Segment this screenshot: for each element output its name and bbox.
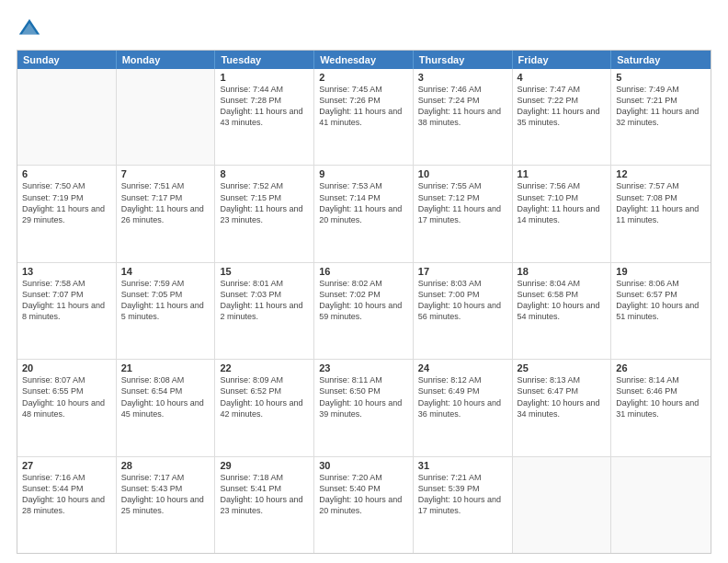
cell-details: Sunrise: 7:50 AMSunset: 7:19 PMDaylight:…	[22, 180, 111, 225]
calendar-cell: 11Sunrise: 7:56 AMSunset: 7:10 PMDayligh…	[513, 166, 612, 261]
day-number: 28	[121, 460, 210, 471]
day-number: 5	[616, 72, 706, 83]
cell-details: Sunrise: 7:45 AMSunset: 7:26 PMDaylight:…	[319, 84, 408, 129]
cell-details: Sunrise: 8:12 AMSunset: 6:49 PMDaylight:…	[418, 374, 507, 419]
logo	[17, 17, 46, 42]
cell-details: Sunrise: 8:06 AMSunset: 6:57 PMDaylight:…	[616, 278, 706, 323]
cell-details: Sunrise: 7:58 AMSunset: 7:07 PMDaylight:…	[22, 278, 111, 323]
calendar-row-4: 20Sunrise: 8:07 AMSunset: 6:55 PMDayligh…	[17, 359, 711, 455]
calendar-cell: 3Sunrise: 7:46 AMSunset: 7:24 PMDaylight…	[414, 69, 513, 165]
cell-details: Sunrise: 8:02 AMSunset: 7:02 PMDaylight:…	[319, 278, 408, 323]
calendar-cell: 1Sunrise: 7:44 AMSunset: 7:28 PMDaylight…	[215, 69, 314, 165]
day-number: 23	[319, 362, 408, 373]
day-number: 7	[121, 168, 210, 179]
cell-details: Sunrise: 8:01 AMSunset: 7:03 PMDaylight:…	[220, 278, 309, 323]
day-number: 9	[319, 168, 408, 179]
calendar-cell: 31Sunrise: 7:21 AMSunset: 5:39 PMDayligh…	[414, 457, 513, 553]
calendar: SundayMondayTuesdayWednesdayThursdayFrid…	[17, 50, 711, 554]
calendar-header: SundayMondayTuesdayWednesdayThursdayFrid…	[17, 51, 711, 69]
calendar-cell: 28Sunrise: 7:17 AMSunset: 5:43 PMDayligh…	[117, 457, 216, 553]
calendar-cell: 14Sunrise: 7:59 AMSunset: 7:05 PMDayligh…	[117, 263, 216, 359]
cell-details: Sunrise: 7:18 AMSunset: 5:41 PMDaylight:…	[220, 472, 309, 517]
day-number: 17	[418, 266, 507, 277]
day-number: 29	[220, 460, 309, 471]
day-number: 30	[319, 460, 408, 471]
calendar-cell: 2Sunrise: 7:45 AMSunset: 7:26 PMDaylight…	[314, 69, 414, 165]
day-number: 16	[319, 266, 408, 277]
cell-details: Sunrise: 7:17 AMSunset: 5:43 PMDaylight:…	[121, 472, 210, 517]
day-number: 6	[22, 168, 111, 179]
calendar-cell: 7Sunrise: 7:51 AMSunset: 7:17 PMDaylight…	[117, 166, 216, 261]
cell-details: Sunrise: 8:14 AMSunset: 6:46 PMDaylight:…	[616, 374, 706, 419]
calendar-cell	[611, 457, 711, 553]
cell-details: Sunrise: 7:53 AMSunset: 7:14 PMDaylight:…	[319, 180, 408, 225]
day-number: 26	[616, 362, 706, 373]
cell-details: Sunrise: 8:08 AMSunset: 6:54 PMDaylight:…	[121, 374, 210, 419]
calendar-cell: 10Sunrise: 7:55 AMSunset: 7:12 PMDayligh…	[414, 166, 513, 261]
calendar-cell: 9Sunrise: 7:53 AMSunset: 7:14 PMDaylight…	[314, 166, 414, 261]
day-number: 10	[418, 168, 507, 179]
calendar-cell: 6Sunrise: 7:50 AMSunset: 7:19 PMDaylight…	[17, 166, 117, 261]
cell-details: Sunrise: 7:55 AMSunset: 7:12 PMDaylight:…	[418, 180, 507, 225]
day-number: 4	[518, 72, 607, 83]
calendar-cell: 25Sunrise: 8:13 AMSunset: 6:47 PMDayligh…	[513, 360, 612, 455]
day-of-week-friday: Friday	[513, 51, 612, 69]
calendar-cell	[117, 69, 216, 165]
calendar-cell: 16Sunrise: 8:02 AMSunset: 7:02 PMDayligh…	[314, 263, 414, 359]
calendar-cell: 24Sunrise: 8:12 AMSunset: 6:49 PMDayligh…	[414, 360, 513, 455]
day-number: 2	[319, 72, 408, 83]
cell-details: Sunrise: 7:47 AMSunset: 7:22 PMDaylight:…	[518, 84, 607, 129]
calendar-cell: 12Sunrise: 7:57 AMSunset: 7:08 PMDayligh…	[611, 166, 711, 261]
day-number: 14	[121, 266, 210, 277]
cell-details: Sunrise: 7:52 AMSunset: 7:15 PMDaylight:…	[220, 180, 309, 225]
day-number: 25	[518, 362, 607, 373]
cell-details: Sunrise: 7:21 AMSunset: 5:39 PMDaylight:…	[418, 472, 507, 517]
calendar-cell: 30Sunrise: 7:20 AMSunset: 5:40 PMDayligh…	[314, 457, 414, 553]
day-number: 27	[22, 460, 111, 471]
day-number: 1	[220, 72, 309, 83]
cell-details: Sunrise: 7:51 AMSunset: 7:17 PMDaylight:…	[121, 180, 210, 225]
calendar-cell: 8Sunrise: 7:52 AMSunset: 7:15 PMDaylight…	[215, 166, 314, 261]
day-of-week-thursday: Thursday	[414, 51, 513, 69]
cell-details: Sunrise: 8:11 AMSunset: 6:50 PMDaylight:…	[319, 374, 408, 419]
calendar-cell: 4Sunrise: 7:47 AMSunset: 7:22 PMDaylight…	[513, 69, 612, 165]
calendar-cell: 20Sunrise: 8:07 AMSunset: 6:55 PMDayligh…	[17, 360, 117, 455]
day-number: 13	[22, 266, 111, 277]
day-number: 22	[220, 362, 309, 373]
calendar-cell: 15Sunrise: 8:01 AMSunset: 7:03 PMDayligh…	[215, 263, 314, 359]
day-number: 31	[418, 460, 507, 471]
day-number: 12	[616, 168, 706, 179]
calendar-row-3: 13Sunrise: 7:58 AMSunset: 7:07 PMDayligh…	[17, 262, 711, 359]
calendar-cell: 23Sunrise: 8:11 AMSunset: 6:50 PMDayligh…	[314, 360, 414, 455]
calendar-cell: 17Sunrise: 8:03 AMSunset: 7:00 PMDayligh…	[414, 263, 513, 359]
page: SundayMondayTuesdayWednesdayThursdayFrid…	[0, 0, 728, 563]
day-of-week-sunday: Sunday	[17, 51, 117, 69]
calendar-cell: 27Sunrise: 7:16 AMSunset: 5:44 PMDayligh…	[17, 457, 117, 553]
header	[17, 17, 711, 42]
calendar-cell: 21Sunrise: 8:08 AMSunset: 6:54 PMDayligh…	[117, 360, 216, 455]
day-number: 19	[616, 266, 706, 277]
calendar-body: 1Sunrise: 7:44 AMSunset: 7:28 PMDaylight…	[17, 69, 711, 553]
cell-details: Sunrise: 7:16 AMSunset: 5:44 PMDaylight:…	[22, 472, 111, 517]
cell-details: Sunrise: 7:20 AMSunset: 5:40 PMDaylight:…	[319, 472, 408, 517]
calendar-row-5: 27Sunrise: 7:16 AMSunset: 5:44 PMDayligh…	[17, 456, 711, 553]
calendar-cell: 26Sunrise: 8:14 AMSunset: 6:46 PMDayligh…	[611, 360, 711, 455]
calendar-row-1: 1Sunrise: 7:44 AMSunset: 7:28 PMDaylight…	[17, 69, 711, 165]
cell-details: Sunrise: 8:04 AMSunset: 6:58 PMDaylight:…	[518, 278, 607, 323]
calendar-row-2: 6Sunrise: 7:50 AMSunset: 7:19 PMDaylight…	[17, 165, 711, 261]
day-number: 8	[220, 168, 309, 179]
calendar-cell: 29Sunrise: 7:18 AMSunset: 5:41 PMDayligh…	[215, 457, 314, 553]
day-number: 21	[121, 362, 210, 373]
logo-icon	[17, 17, 42, 42]
calendar-cell: 18Sunrise: 8:04 AMSunset: 6:58 PMDayligh…	[513, 263, 612, 359]
cell-details: Sunrise: 8:03 AMSunset: 7:00 PMDaylight:…	[418, 278, 507, 323]
cell-details: Sunrise: 7:59 AMSunset: 7:05 PMDaylight:…	[121, 278, 210, 323]
day-number: 11	[518, 168, 607, 179]
day-number: 20	[22, 362, 111, 373]
day-number: 24	[418, 362, 507, 373]
cell-details: Sunrise: 7:57 AMSunset: 7:08 PMDaylight:…	[616, 180, 706, 225]
cell-details: Sunrise: 8:09 AMSunset: 6:52 PMDaylight:…	[220, 374, 309, 419]
calendar-cell: 13Sunrise: 7:58 AMSunset: 7:07 PMDayligh…	[17, 263, 117, 359]
cell-details: Sunrise: 7:49 AMSunset: 7:21 PMDaylight:…	[616, 84, 706, 129]
cell-details: Sunrise: 8:07 AMSunset: 6:55 PMDaylight:…	[22, 374, 111, 419]
